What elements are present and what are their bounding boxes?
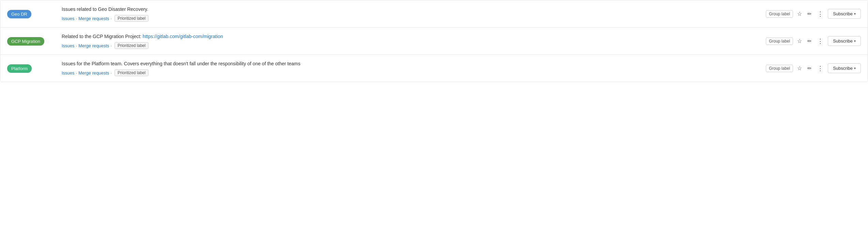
separator: · bbox=[111, 16, 112, 21]
separator: · bbox=[111, 43, 112, 48]
dots-icon: ⋮ bbox=[817, 65, 824, 72]
star-icon: ☆ bbox=[797, 65, 802, 71]
merge-requests-link-geo-dr[interactable]: Merge requests bbox=[78, 16, 109, 21]
group-label-badge-gcp-migration: Group label bbox=[766, 37, 793, 45]
subscribe-button-platform[interactable]: Subscribe ▾ bbox=[828, 63, 861, 73]
group-label-badge-geo-dr: Group label bbox=[766, 10, 793, 18]
label-row: Platform Issues for the Platform team. C… bbox=[0, 55, 868, 82]
label-row: Geo DR Issues related to Geo Disaster Re… bbox=[0, 0, 868, 28]
label-meta-geo-dr: Issues · Merge requests · Prioritized la… bbox=[62, 15, 759, 22]
edit-button-gcp-migration[interactable]: ✏ bbox=[806, 37, 813, 46]
label-description-geo-dr: Issues related to Geo Disaster Recovery. bbox=[62, 6, 759, 13]
label-badge-platform: Platform bbox=[7, 64, 32, 73]
issues-link-geo-dr[interactable]: Issues bbox=[62, 16, 75, 21]
label-meta-platform: Issues · Merge requests · Prioritized la… bbox=[62, 69, 759, 76]
merge-requests-link-platform[interactable]: Merge requests bbox=[78, 70, 109, 76]
label-badge-col: GCP Migration bbox=[7, 36, 62, 46]
more-button-geo-dr[interactable]: ⋮ bbox=[816, 9, 825, 19]
star-icon: ☆ bbox=[797, 38, 802, 44]
merge-requests-link-gcp-migration[interactable]: Merge requests bbox=[78, 43, 109, 48]
star-button-platform[interactable]: ☆ bbox=[796, 64, 803, 73]
subscribe-button-gcp-migration[interactable]: Subscribe ▾ bbox=[828, 36, 861, 46]
label-row: GCP Migration Related to the GCP Migrati… bbox=[0, 28, 868, 55]
more-button-gcp-migration[interactable]: ⋮ bbox=[816, 36, 825, 46]
label-badge-geo-dr: Geo DR bbox=[7, 10, 31, 18]
description-link-gcp-migration[interactable]: https://gitlab.com/gitlab-com/migration bbox=[143, 34, 223, 39]
separator: · bbox=[76, 43, 77, 48]
label-actions-gcp-migration: Group label ☆ ✏ ⋮ Subscribe ▾ bbox=[766, 36, 861, 46]
label-description-platform: Issues for the Platform team. Covers eve… bbox=[62, 60, 759, 67]
pencil-icon: ✏ bbox=[807, 11, 812, 17]
star-icon: ☆ bbox=[797, 11, 802, 17]
label-content-gcp-migration: Related to the GCP Migration Project: ht… bbox=[62, 33, 759, 49]
separator: · bbox=[76, 70, 77, 76]
group-label-badge-platform: Group label bbox=[766, 65, 793, 72]
subscribe-button-geo-dr[interactable]: Subscribe ▾ bbox=[828, 9, 861, 19]
issues-link-gcp-migration[interactable]: Issues bbox=[62, 43, 75, 48]
prioritized-badge-platform: Prioritized label bbox=[114, 69, 149, 76]
label-actions-platform: Group label ☆ ✏ ⋮ Subscribe ▾ bbox=[766, 63, 861, 73]
prioritized-badge-geo-dr: Prioritized label bbox=[114, 15, 149, 22]
label-description-gcp-migration: Related to the GCP Migration Project: ht… bbox=[62, 33, 759, 40]
edit-button-geo-dr[interactable]: ✏ bbox=[806, 10, 813, 18]
prioritized-badge-gcp-migration: Prioritized label bbox=[114, 42, 149, 49]
pencil-icon: ✏ bbox=[807, 38, 812, 44]
pencil-icon: ✏ bbox=[807, 65, 812, 71]
more-button-platform[interactable]: ⋮ bbox=[816, 63, 825, 73]
dots-icon: ⋮ bbox=[817, 37, 824, 45]
star-button-geo-dr[interactable]: ☆ bbox=[796, 9, 803, 18]
issues-link-platform[interactable]: Issues bbox=[62, 70, 75, 76]
labels-list: Geo DR Issues related to Geo Disaster Re… bbox=[0, 0, 868, 82]
label-badge-col: Platform bbox=[7, 64, 62, 73]
label-actions-geo-dr: Group label ☆ ✏ ⋮ Subscribe ▾ bbox=[766, 9, 861, 19]
separator: · bbox=[76, 16, 77, 21]
chevron-down-icon: ▾ bbox=[854, 39, 856, 43]
edit-button-platform[interactable]: ✏ bbox=[806, 64, 813, 73]
dots-icon: ⋮ bbox=[817, 10, 824, 18]
label-badge-gcp-migration: GCP Migration bbox=[7, 37, 44, 46]
label-content-geo-dr: Issues related to Geo Disaster Recovery.… bbox=[62, 6, 759, 22]
label-content-platform: Issues for the Platform team. Covers eve… bbox=[62, 60, 759, 76]
chevron-down-icon: ▾ bbox=[854, 12, 856, 16]
label-meta-gcp-migration: Issues · Merge requests · Prioritized la… bbox=[62, 42, 759, 49]
separator: · bbox=[111, 70, 112, 76]
label-badge-col: Geo DR bbox=[7, 9, 62, 18]
star-button-gcp-migration[interactable]: ☆ bbox=[796, 36, 803, 46]
chevron-down-icon: ▾ bbox=[854, 66, 856, 70]
